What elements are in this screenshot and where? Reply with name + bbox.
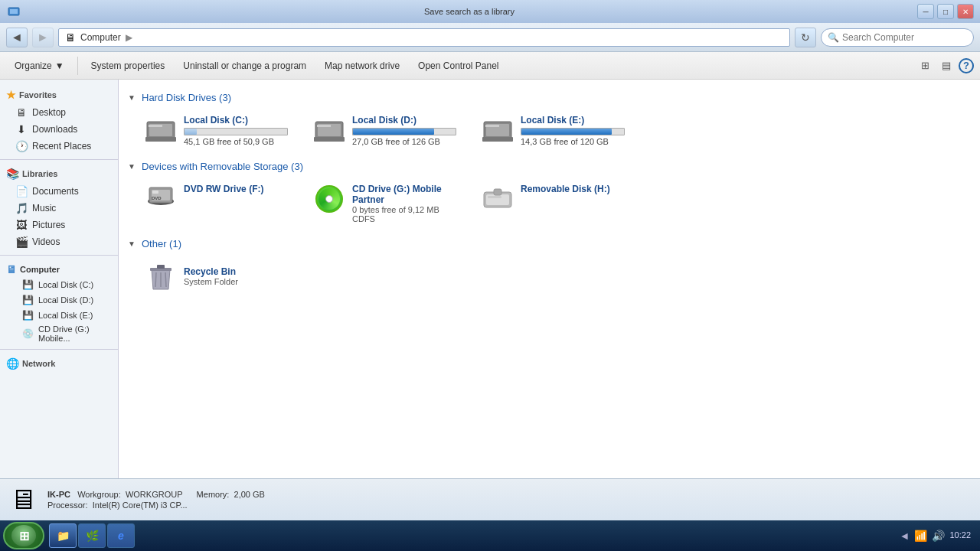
cd-mobile-item[interactable]: CD Drive (G:) Mobile Partner 0 bytes fre…	[309, 178, 462, 229]
view-toggle-button[interactable]: ▤	[937, 57, 956, 75]
music-icon: 🎵	[15, 202, 28, 214]
drive-e-name: Local Disk (E:)	[521, 115, 625, 126]
sidebar-divider-2	[0, 255, 118, 256]
clock[interactable]: 10:22	[949, 530, 971, 541]
dvd-drive-item[interactable]: DVD DVD RW Drive (F:)	[140, 178, 293, 229]
uninstall-button[interactable]: Uninstall or change a program	[175, 55, 315, 77]
drive-d-free: 27,0 GB free of 126 GB	[352, 137, 456, 146]
drive-d-bar-container	[352, 128, 456, 135]
systray-volume-icon[interactable]: 🔊	[932, 530, 945, 542]
drive-c-row: Local Disk (C:) 45,1 GB free of 50,9 GB	[145, 115, 288, 146]
refresh-button[interactable]: ↻	[795, 28, 816, 47]
content-area: ▼ Hard Disk Drives (3) Local Disk (C:) 4…	[119, 80, 980, 478]
favorites-label: Favorites	[19, 90, 57, 99]
taskbar-item-2[interactable]: 🌿	[78, 523, 106, 548]
drive-c-item[interactable]: Local Disk (C:) 45,1 GB free of 50,9 GB	[140, 109, 293, 152]
other-section-header[interactable]: ▼ Other (1)	[128, 238, 971, 249]
system-properties-button[interactable]: System properties	[83, 55, 174, 77]
map-network-button[interactable]: Map network drive	[316, 55, 408, 77]
other-collapse-icon: ▼	[128, 240, 137, 248]
sidebar-computer-section: 🖥 Computer 💾 Local Disk (C:) 💾 Local Dis…	[0, 260, 118, 344]
svg-rect-22	[488, 196, 501, 198]
drive-e-bar	[521, 129, 612, 135]
systray-network-icon[interactable]: 📶	[914, 530, 927, 542]
forward-button[interactable]: ►	[32, 28, 54, 47]
drive-e-row: Local Disk (E:) 14,3 GB free of 120 GB	[482, 115, 625, 146]
sidebar-item-cd-drive[interactable]: 💿 CD Drive (G:) Mobile...	[0, 323, 118, 344]
sidebar-network-header[interactable]: 🌐 Network	[0, 354, 118, 371]
taskbar-ie-item[interactable]: e	[107, 523, 135, 548]
disk-d-icon: 💾	[21, 294, 34, 306]
taskbar-explorer-item[interactable]: 📁	[49, 523, 77, 548]
removable-grid: DVD DVD RW Drive (F:) CD Drive (G:) Mobi…	[140, 178, 971, 229]
removable-section-header[interactable]: ▼ Devices with Removable Storage (3)	[128, 161, 971, 172]
sidebar-item-recent-places[interactable]: 🕐 Recent Places	[0, 138, 118, 155]
sidebar: ★ Favorites 🖥 Desktop ⬇ Downloads 🕐 Rece…	[0, 80, 119, 478]
cd-mobile-free: 0 bytes free of 9,12 MB	[352, 205, 456, 214]
sidebar-item-local-d[interactable]: 💾 Local Disk (D:)	[0, 292, 118, 308]
workgroup-label: Workgroup:	[77, 490, 121, 499]
sidebar-libraries-header[interactable]: 📚 Libraries	[0, 165, 118, 183]
svg-line-25	[155, 272, 156, 287]
drive-d-bar	[353, 129, 434, 135]
downloads-icon: ⬇	[15, 123, 28, 135]
pictures-icon: 🖼	[15, 219, 28, 231]
sidebar-item-music[interactable]: 🎵 Music	[0, 200, 118, 217]
status-info: IK-PC Workgroup: WORKGROUP Memory: 2,00 …	[47, 490, 265, 510]
videos-icon: 🎬	[15, 236, 28, 248]
drive-c-info: Local Disk (C:) 45,1 GB free of 50,9 GB	[184, 115, 288, 146]
sidebar-item-pictures[interactable]: 🖼 Pictures	[0, 217, 118, 233]
processor-value: Intel(R) Core(TM) i3 CP...	[93, 500, 188, 510]
svg-rect-5	[149, 125, 162, 127]
recycle-bin-item[interactable]: Recycle Bin System Folder	[140, 256, 293, 297]
svg-rect-12	[482, 137, 513, 142]
sidebar-network-section: 🌐 Network	[0, 354, 118, 371]
help-button[interactable]: ?	[959, 58, 974, 73]
removable-disk-info: Removable Disk (H:)	[521, 184, 625, 194]
sidebar-favorites-header[interactable]: ★ Favorites	[0, 86, 118, 104]
sidebar-item-downloads[interactable]: ⬇ Downloads	[0, 121, 118, 138]
hard-disk-section-header[interactable]: ▼ Hard Disk Drives (3)	[128, 92, 971, 103]
systray-arrow[interactable]: ◄	[900, 530, 910, 542]
svg-rect-24	[157, 265, 165, 269]
removable-disk-item[interactable]: Removable Disk (H:)	[477, 178, 630, 229]
taskbar-folder-icon: 📁	[57, 530, 70, 542]
organize-button[interactable]: Organize ▼	[6, 55, 73, 77]
back-button[interactable]: ◄	[6, 28, 28, 47]
search-input[interactable]	[842, 32, 949, 43]
network-icon: 🌐	[6, 357, 19, 370]
start-button[interactable]: ⊞	[3, 522, 44, 549]
drive-e-free: 14,3 GB free of 120 GB	[521, 137, 625, 146]
drive-e-info: Local Disk (E:) 14,3 GB free of 120 GB	[521, 115, 625, 146]
close-button[interactable]: ✕	[957, 4, 974, 19]
search-icon: 🔍	[828, 32, 839, 43]
sidebar-item-videos[interactable]: 🎬 Videos	[0, 233, 118, 250]
svg-rect-1	[10, 9, 18, 14]
removable-collapse-icon: ▼	[128, 162, 137, 171]
disk-e-icon: 💾	[21, 309, 34, 321]
taskbar: ⊞ 📁 🌿 e ◄ 📶 🔊 10:22	[0, 520, 980, 551]
restore-button[interactable]: □	[937, 4, 954, 19]
sidebar-item-desktop[interactable]: 🖥 Desktop	[0, 104, 118, 121]
desktop-icon: 🖥	[15, 106, 28, 119]
address-field[interactable]: 🖥 Computer ▶	[58, 28, 790, 47]
taskbar-app-icon: 🌿	[86, 530, 99, 542]
drive-d-item[interactable]: Local Disk (D:) 27,0 GB free of 126 GB	[309, 109, 462, 152]
drives-grid: Local Disk (C:) 45,1 GB free of 50,9 GB	[140, 109, 971, 152]
dvd-drive-name: DVD RW Drive (F:)	[184, 184, 288, 194]
drive-e-item[interactable]: Local Disk (E:) 14,3 GB free of 120 GB	[477, 109, 630, 152]
view-options-button[interactable]: ⊞	[916, 57, 934, 75]
svg-rect-9	[317, 125, 331, 127]
open-control-panel-button[interactable]: Open Control Panel	[410, 55, 507, 77]
sidebar-computer-header[interactable]: 🖥 Computer	[0, 260, 118, 277]
drive-d-info: Local Disk (D:) 27,0 GB free of 126 GB	[352, 115, 456, 146]
sidebar-item-documents[interactable]: 📄 Documents	[0, 183, 118, 200]
search-box[interactable]: 🔍	[821, 28, 974, 47]
svg-rect-13	[485, 125, 499, 127]
minimize-button[interactable]: ─	[917, 4, 934, 19]
sidebar-item-local-c[interactable]: 💾 Local Disk (C:)	[0, 277, 118, 292]
status-line-2: Processor: Intel(R) Core(TM) i3 CP...	[47, 500, 265, 510]
status-line-1: IK-PC Workgroup: WORKGROUP Memory: 2,00 …	[47, 490, 265, 499]
pc-name: IK-PC	[47, 490, 70, 499]
sidebar-item-local-e[interactable]: 💾 Local Disk (E:)	[0, 308, 118, 323]
